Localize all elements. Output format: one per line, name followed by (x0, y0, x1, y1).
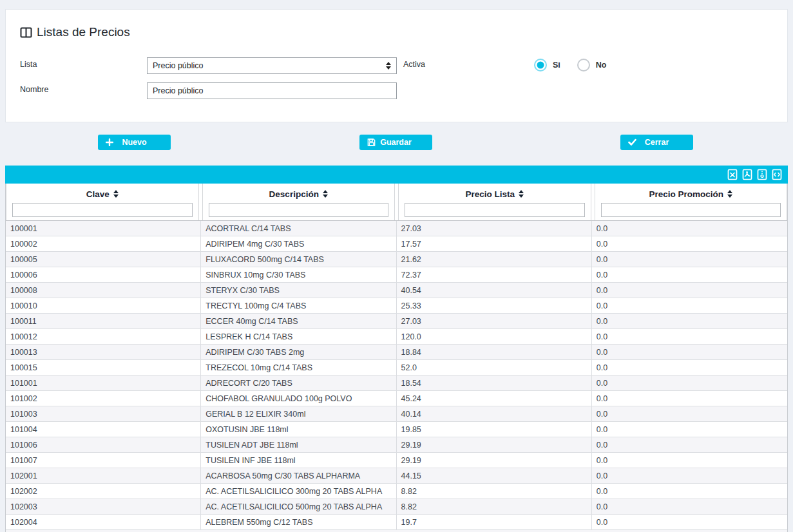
guardar-button[interactable]: Guardar (359, 135, 432, 150)
table-row[interactable]: 100008STERYX C/30 TABS40.540.0 (6, 283, 787, 298)
export-xml-icon[interactable] (772, 169, 782, 180)
table-row[interactable]: 100005FLUXACORD 500mg C/14 TABS21.620.0 (6, 252, 787, 267)
sort-icon[interactable] (727, 190, 732, 198)
table-cell: AC. ACETILSALICILICO 500mg 20 TABS ALPHA (201, 499, 396, 514)
table-cell: 101007 (6, 453, 201, 468)
radio-no[interactable]: No (577, 59, 607, 71)
filter-precio-promocion-input[interactable] (601, 203, 781, 217)
table-row[interactable]: 100002ADIRIPEM 4mg C/30 TABS17.570.0 (6, 236, 787, 252)
table-cell: TUSILEN ADT JBE 118ml (201, 437, 396, 452)
column-header-precio-promocion[interactable]: Precio Promoción (595, 187, 787, 201)
table-cell: TRECTYL 100mg C/4 TABS (201, 298, 396, 313)
table-cell: 0.0 (592, 236, 787, 251)
table-cell: 0.0 (592, 453, 787, 468)
table-cell: 102003 (6, 499, 201, 514)
sort-icon[interactable] (113, 190, 119, 198)
table-cell: AC. ACETILSALICILICO 300mg 20 TABS ALPHA (201, 484, 396, 499)
table-cell: 101002 (6, 391, 201, 406)
table-cell: 102001 (6, 468, 201, 483)
column-header-descripcion-label: Descripción (269, 189, 319, 199)
grid-body: 100001ACORTRAL C/14 TABS27.030.0100002AD… (6, 221, 787, 532)
lista-select[interactable]: Precio público (147, 57, 397, 74)
table-cell: ADIRIPEM 4mg C/30 TABS (201, 236, 396, 251)
table-cell: 19.7 (397, 515, 592, 529)
column-header-precio-promocion-label: Precio Promoción (649, 189, 723, 199)
table-cell: 120.0 (397, 329, 592, 344)
table-cell: 52.0 (397, 360, 592, 375)
page-title-text: Listas de Precios (37, 25, 130, 39)
radio-no-circle-icon[interactable] (577, 59, 590, 71)
lista-select-value: Precio público (153, 61, 204, 70)
table-row[interactable]: 100015TREZECOL 10mg C/14 TABS52.00.0 (6, 360, 787, 375)
table-cell: 72.37 (397, 267, 592, 282)
sort-icon[interactable] (323, 190, 328, 198)
table-row[interactable]: 102003AC. ACETILSALICILICO 500mg 20 TABS… (6, 499, 787, 515)
table-row[interactable]: 101002CHOFABOL GRANULADO 100g POLVO45.24… (6, 391, 787, 406)
table-row[interactable]: 101004OXOTUSIN JBE 118ml19.850.0 (6, 422, 787, 437)
table-cell: 44.15 (397, 468, 592, 483)
nuevo-button[interactable]: Nuevo (98, 135, 171, 150)
table-cell: 101004 (6, 422, 201, 437)
table-row[interactable]: 100011ECCER 40mg C/14 TABS27.030.0 (6, 314, 787, 329)
table-cell: FLUXACORD 500mg C/14 TABS (201, 252, 396, 267)
column-descripcion: Descripción (202, 184, 396, 220)
table-row[interactable]: 100012LESPREK H C/14 TABS120.00.0 (6, 329, 787, 345)
radio-si-circle-icon[interactable] (534, 59, 547, 71)
cerrar-button[interactable]: Cerrar (620, 135, 693, 150)
grid-toolbar (5, 166, 788, 184)
table-cell: TREZECOL 10mg C/14 TABS (201, 360, 396, 375)
check-icon (628, 139, 636, 146)
table-cell: 0.0 (592, 437, 787, 452)
save-icon (367, 138, 376, 147)
guardar-button-label: Guardar (380, 138, 412, 147)
column-precio-promocion: Precio Promoción (595, 184, 788, 220)
export-pdf-icon[interactable] (742, 169, 752, 180)
table-cell: 101001 (6, 375, 201, 390)
table-row[interactable]: 102004ALEBREM 550mg C/12 TABS19.70.0 (6, 515, 787, 530)
column-header-descripcion[interactable]: Descripción (203, 187, 395, 201)
table-row[interactable]: 101001ADRECORT C/20 TABS18.540.0 (6, 375, 787, 391)
filter-descripcion-input[interactable] (209, 203, 389, 217)
grid-header: Clave Descripción Precio Lista Precio Pr… (6, 184, 787, 221)
table-row[interactable]: 102001ACARBOSA 50mg C/30 TABS ALPHARMA44… (6, 468, 787, 484)
table-row[interactable]: 102002AC. ACETILSALICILICO 300mg 20 TABS… (6, 484, 787, 499)
table-cell: 102004 (6, 515, 201, 529)
filter-precio-lista-input[interactable] (405, 203, 585, 217)
export-excel-icon[interactable] (727, 169, 738, 180)
table-row[interactable]: 100006SINBRUX 10mg C/30 TABS72.370.0 (6, 267, 787, 283)
table-cell: 40.14 (397, 406, 592, 421)
table-row[interactable]: 100001ACORTRAL C/14 TABS27.030.0 (6, 221, 787, 236)
table-row[interactable]: 101003GERIAL B 12 ELIXIR 340ml40.140.0 (6, 406, 787, 422)
table-cell: 100012 (6, 329, 201, 344)
table-cell: 0.0 (592, 314, 787, 328)
radio-si[interactable]: Si (534, 59, 560, 71)
table-row[interactable]: 101007TUSILEN INF JBE 118ml29.190.0 (6, 453, 787, 468)
radio-si-label: Si (553, 61, 560, 70)
column-clave: Clave (6, 184, 199, 220)
table-cell: 100006 (6, 267, 201, 282)
column-header-precio-lista[interactable]: Precio Lista (399, 187, 591, 201)
table-cell: 27.03 (397, 221, 592, 236)
table-cell: OXOTUSIN JBE 118ml (201, 422, 396, 437)
table-cell: 8.82 (397, 484, 592, 499)
nombre-label: Nombre (20, 85, 48, 94)
table-row[interactable]: 100013ADIRIPEM C/30 TABS 2mg18.840.0 (6, 345, 787, 360)
table-cell: 0.0 (592, 252, 787, 267)
filter-clave-input[interactable] (12, 203, 193, 217)
table-cell: ADIRIPEM C/30 TABS 2mg (201, 345, 396, 359)
nombre-input[interactable] (147, 82, 397, 99)
table-cell: 0.0 (592, 329, 787, 344)
table-row[interactable]: 101006TUSILEN ADT JBE 118ml29.190.0 (6, 437, 787, 453)
table-cell: 0.0 (592, 468, 787, 483)
sort-icon[interactable] (519, 190, 524, 198)
select-arrows-icon (386, 62, 391, 70)
table-cell: CHOFABOL GRANULADO 100g POLVO (201, 391, 396, 406)
table-cell: ACARBOSA 50mg C/30 TABS ALPHARMA (201, 468, 396, 483)
nuevo-button-label: Nuevo (122, 138, 146, 147)
export-zip-icon[interactable] (757, 169, 767, 180)
table-row[interactable]: 100010TRECTYL 100mg C/4 TABS25.330.0 (6, 298, 787, 314)
table-cell: ADRECORT C/20 TABS (201, 375, 396, 390)
table-cell: 8.82 (397, 499, 592, 514)
table-cell: ECCER 40mg C/14 TABS (201, 314, 396, 328)
column-header-clave[interactable]: Clave (6, 187, 198, 201)
